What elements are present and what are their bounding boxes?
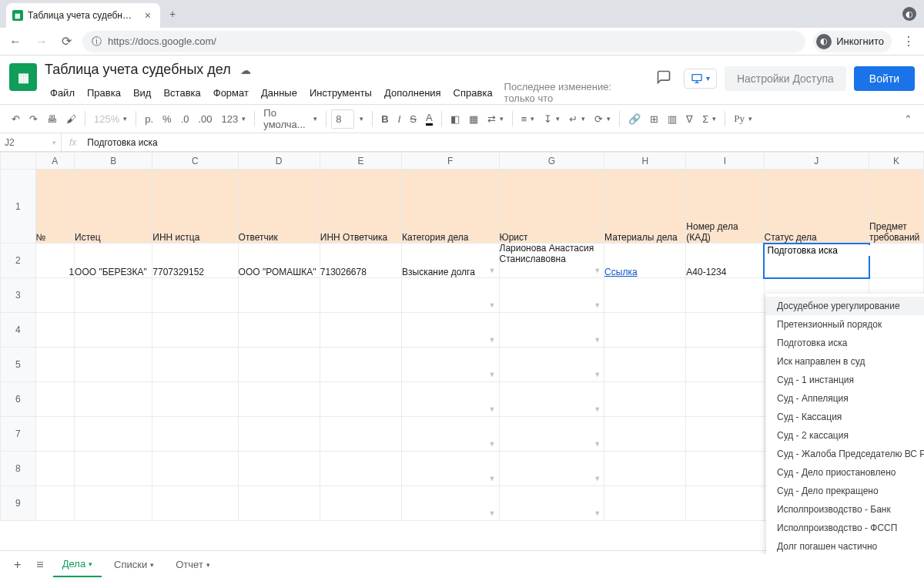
col-header-G[interactable]: G	[499, 153, 604, 170]
chevron-down-icon[interactable]: ▼	[489, 301, 496, 309]
dropdown-option[interactable]: Исполпроизводство - ФССП	[766, 519, 924, 537]
cell-K2[interactable]	[869, 244, 924, 278]
col-header-K[interactable]: K	[869, 153, 924, 170]
chevron-down-icon[interactable]: ▾	[206, 561, 210, 569]
reload-button[interactable]: ⟳	[59, 31, 75, 52]
row-header-8[interactable]: 8	[1, 452, 36, 486]
incognito-chip[interactable]: ◐ Инкогнито	[813, 31, 892, 52]
cell[interactable]: ▼	[499, 382, 604, 417]
cell[interactable]	[604, 382, 686, 417]
cell[interactable]	[238, 313, 320, 348]
comments-icon[interactable]	[651, 65, 676, 92]
chevron-down-icon[interactable]: ▼	[594, 301, 601, 309]
filter-button[interactable]: ∇	[682, 110, 697, 128]
cell-K1[interactable]: Предмет требований	[869, 170, 924, 244]
zoom-selector[interactable]: 125%	[90, 110, 131, 128]
cell-G1[interactable]: Юрист	[499, 170, 604, 244]
materials-link[interactable]: Ссылка	[604, 267, 637, 277]
formula-input[interactable]: Подготовка иска	[84, 137, 160, 148]
cell-B2[interactable]: ООО "БЕРЕЗКА"	[75, 244, 152, 278]
cell[interactable]	[75, 486, 152, 521]
chevron-down-icon[interactable]: ▼	[489, 440, 496, 448]
col-header-A[interactable]: A	[35, 153, 75, 170]
undo-button[interactable]: ↶	[8, 110, 24, 128]
cell[interactable]	[35, 417, 75, 452]
cell[interactable]	[75, 348, 152, 382]
cell[interactable]	[604, 417, 686, 452]
cell[interactable]	[686, 278, 764, 313]
cell[interactable]	[35, 486, 75, 521]
row-header-3[interactable]: 3	[1, 278, 36, 313]
site-info-icon[interactable]: ⓘ	[92, 35, 102, 49]
col-header-I[interactable]: I	[686, 153, 764, 170]
chevron-down-icon[interactable]: ▼	[594, 440, 601, 448]
menu-addons[interactable]: Дополнения	[379, 84, 447, 102]
chevron-down-icon[interactable]: ▼	[594, 405, 601, 413]
menu-file[interactable]: Файл	[45, 84, 80, 102]
chevron-down-icon[interactable]: ▼	[594, 336, 601, 344]
cell[interactable]	[238, 452, 320, 486]
cell[interactable]	[152, 313, 238, 348]
sheet-tab-otchet[interactable]: Отчет▾	[166, 553, 219, 576]
dropdown-option[interactable]: Подготовка иска	[766, 334, 924, 352]
fill-color-button[interactable]: ◧	[447, 110, 464, 128]
cell-H1[interactable]: Материалы дела	[604, 170, 686, 244]
cell[interactable]	[604, 486, 686, 521]
cloud-saved-icon[interactable]: ☁	[240, 64, 251, 76]
cell[interactable]	[152, 382, 238, 417]
cell[interactable]	[152, 417, 238, 452]
dropdown-option[interactable]: Суд - 1 инстанция	[766, 371, 924, 389]
merge-button[interactable]: ⇄	[484, 110, 507, 128]
cell-H2[interactable]: Ссылка	[604, 244, 686, 278]
cell[interactable]	[604, 313, 686, 348]
close-tab-icon[interactable]: ×	[142, 9, 154, 22]
row-header-2[interactable]: 2	[1, 244, 36, 278]
cell[interactable]	[320, 382, 401, 417]
redo-button[interactable]: ↷	[25, 110, 42, 128]
dropdown-option[interactable]: Исполпроизводство - Банк	[766, 500, 924, 519]
row-header-7[interactable]: 7	[1, 417, 36, 452]
strike-button[interactable]: S	[406, 110, 420, 128]
col-header-C[interactable]: C	[152, 153, 238, 170]
cell[interactable]	[320, 313, 401, 348]
insert-chart-button[interactable]: ▥	[664, 110, 681, 128]
chevron-down-icon[interactable]: ▼	[489, 509, 496, 517]
print-button[interactable]: 🖶	[43, 110, 61, 128]
chevron-down-icon[interactable]: ▼	[594, 509, 601, 517]
functions-button[interactable]: Σ	[698, 110, 720, 128]
cell-G2[interactable]: Ларионова Анастасия Станиславовна▼	[499, 244, 604, 278]
dropdown-option[interactable]: Досудебное урегулирование	[766, 297, 924, 315]
cell-D2[interactable]: ООО "РОМАШКА"	[238, 244, 320, 278]
cell[interactable]	[320, 486, 401, 521]
percent-button[interactable]: %	[159, 110, 176, 128]
cell-F1[interactable]: Категория дела	[402, 170, 499, 244]
menu-view[interactable]: Вид	[128, 84, 157, 102]
chevron-down-icon[interactable]: ▼	[489, 405, 496, 413]
cell[interactable]: ▼	[499, 486, 604, 521]
dropdown-option[interactable]: Долг погашен частично	[766, 537, 924, 554]
rotate-button[interactable]: ⟳	[591, 110, 614, 128]
cell-C2[interactable]: 7707329152	[152, 244, 238, 278]
cell[interactable]	[686, 313, 764, 348]
sheet-tab-dela[interactable]: Дела▾	[53, 552, 102, 577]
new-tab-button[interactable]: +	[160, 8, 185, 20]
cell[interactable]	[686, 417, 764, 452]
text-color-button[interactable]: A	[422, 109, 437, 129]
cell[interactable]	[35, 278, 75, 313]
cell[interactable]	[152, 452, 238, 486]
cell[interactable]: ▼	[402, 486, 499, 521]
wrap-button[interactable]: ↵	[565, 110, 589, 128]
cell[interactable]	[35, 348, 75, 382]
cell[interactable]	[75, 382, 152, 417]
cell[interactable]	[238, 382, 320, 417]
cell[interactable]	[686, 486, 764, 521]
cell[interactable]	[238, 348, 320, 382]
spreadsheet-grid[interactable]: A B C D E F G H I J K 1 № Истец ИНН истц…	[0, 152, 924, 554]
decrease-decimal-button[interactable]: .0	[177, 110, 193, 128]
borders-button[interactable]: ▦	[465, 110, 482, 128]
cell-A2[interactable]: 1	[35, 244, 75, 278]
dropdown-option[interactable]: Суд - Дело прекращено	[766, 482, 924, 500]
row-header-4[interactable]: 4	[1, 313, 36, 348]
col-header-B[interactable]: B	[75, 153, 152, 170]
cell[interactable]	[152, 486, 238, 521]
